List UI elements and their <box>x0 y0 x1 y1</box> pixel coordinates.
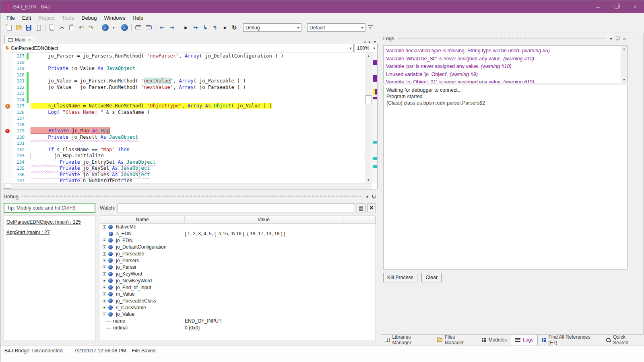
breakpoint-margin[interactable] <box>3 103 12 109</box>
variable-row[interactable]: −jo_Value <box>100 311 376 318</box>
variable-row[interactable]: +jo_ParseableClass <box>100 298 376 304</box>
expand-icon[interactable]: + <box>103 265 106 269</box>
breakpoint-margin[interactable] <box>3 178 12 183</box>
code-line[interactable]: 132 If s_ClassName == "Map" Then <box>3 147 365 153</box>
code-line[interactable]: 127 <box>3 115 365 122</box>
code-line[interactable]: 130 Private jo_Result As JavaObject <box>3 134 365 141</box>
breakpoint-icon[interactable] <box>5 129 10 133</box>
breakpoint-margin[interactable] <box>3 147 12 153</box>
menu-item-tools[interactable]: Tools <box>58 14 78 22</box>
redo-icon[interactable]: ↷ <box>87 24 95 32</box>
code-line[interactable]: 118 <box>3 60 365 66</box>
navigate-back-caret-icon[interactable]: ▾ <box>110 24 119 32</box>
code-line-text[interactable]: Private jo_Map As Map <box>30 128 365 134</box>
variable-row[interactable]: +jo_NewKeyWord <box>100 278 376 284</box>
breakpoint-margin[interactable] <box>3 140 12 147</box>
code-line-text[interactable]: Private n_NumberOfEntries <box>30 178 365 183</box>
variable-row[interactable]: +jo_KeyWord <box>100 271 376 278</box>
variable-row[interactable]: ordinal0 (0x0) <box>100 324 376 331</box>
menu-item-file[interactable]: File <box>3 14 19 22</box>
undo-icon[interactable]: ↶ <box>77 24 86 32</box>
variable-row[interactable]: +m_Value <box>100 291 376 298</box>
code-line[interactable]: 129 Private jo_Map As Map <box>3 128 365 134</box>
breakpoint-margin[interactable] <box>3 122 12 128</box>
code-line[interactable]: 124 <box>3 97 365 103</box>
column-header-name[interactable]: Name <box>100 216 185 224</box>
expand-icon[interactable]: + <box>103 272 106 276</box>
minimize-button[interactable]: – <box>589 0 607 13</box>
method-select[interactable]: ⇅ GetParsedEDNObject ▾ <box>3 44 354 52</box>
expand-icon[interactable]: + <box>103 259 106 262</box>
code-line[interactable]: 128 <box>3 122 365 128</box>
chevron-down-icon[interactable]: ▾ <box>366 195 368 199</box>
code-line-text[interactable] <box>30 115 365 122</box>
editor-horizontal-scrollbar[interactable] <box>3 183 372 189</box>
step-out-icon[interactable]: ↰ <box>211 24 219 32</box>
breakpoint-margin[interactable] <box>3 72 12 78</box>
expand-icon[interactable]: + <box>103 279 106 282</box>
editor-zoom-select[interactable]: 100% ▾ <box>355 44 378 52</box>
breakpoint-margin[interactable] <box>3 165 12 172</box>
save-icon[interactable] <box>24 24 33 32</box>
warning-entry[interactable]: Variable 'psr' is never assigned any val… <box>386 63 618 71</box>
expand-icon[interactable]: + <box>103 225 106 229</box>
annotation-mark[interactable] <box>373 89 377 95</box>
comment-icon[interactable]: ⇤ <box>158 24 167 32</box>
build-config-select[interactable]: Default ▾ <box>307 23 365 32</box>
expand-icon[interactable]: + <box>103 239 106 242</box>
warning-entry[interactable]: Variable 'jo_Object_01' is never assigne… <box>386 78 618 83</box>
code-line-text[interactable]: s_ClassName = NativeMe.RunMethod( "Objec… <box>30 103 365 109</box>
code-line-text[interactable] <box>30 60 365 66</box>
current-line-breakpoint-icon[interactable] <box>5 104 10 109</box>
watch-clear-button[interactable]: × <box>367 204 376 212</box>
scroll-up-icon[interactable]: ▲ <box>621 46 627 51</box>
code-line-text[interactable]: Private jo_Value As JavaObject <box>30 66 365 72</box>
close-button[interactable]: × <box>626 0 644 13</box>
code-line[interactable]: 117 jo_Parser = jo_Parsers.RunMethod( "n… <box>3 53 365 60</box>
code-line-text[interactable]: jo_Value = jo_Parser.RunMethod( "nextVal… <box>30 84 365 91</box>
close-icon[interactable]: × <box>623 36 626 42</box>
pin-icon[interactable] <box>372 195 376 199</box>
tab-main[interactable]: Main × <box>4 35 34 44</box>
menu-item-windows[interactable]: Windows <box>101 14 129 22</box>
expand-icon[interactable]: + <box>103 245 106 249</box>
menu-item-debug[interactable]: Debug <box>78 14 100 22</box>
navigate-forward-icon[interactable]: → <box>120 24 129 32</box>
variable-row[interactable]: +NativeMe <box>100 224 376 230</box>
tab-find-all-references-f7-[interactable]: Find All References (F7) <box>538 335 602 345</box>
call-stack-entry[interactable]: AppStart (main) : 27 <box>6 230 93 235</box>
annotation-mark[interactable] <box>373 60 377 65</box>
variable-row[interactable]: +jo_Parsers <box>100 257 376 264</box>
warning-entry[interactable]: Variable declaration type is missing. St… <box>386 47 618 55</box>
tab-modules[interactable]: Modules <box>478 335 511 345</box>
breakpoint-margin[interactable] <box>3 53 12 60</box>
tab-list-icon[interactable]: ▾ <box>374 39 376 44</box>
splitter-grip[interactable] <box>4 184 11 189</box>
cut-icon[interactable]: ✂ <box>58 24 66 32</box>
breakpoint-margin[interactable] <box>3 153 12 159</box>
tab-close-icon[interactable]: × <box>28 37 31 42</box>
expand-icon[interactable]: + <box>103 292 106 296</box>
code-line[interactable]: 119 Private jo_Value As JavaObject <box>3 66 365 72</box>
code-line[interactable]: 120 <box>3 72 365 78</box>
toolbar-overflow-icon[interactable]: ▾ <box>368 25 373 30</box>
code-line[interactable]: 123 <box>3 90 365 97</box>
navigate-back-icon[interactable]: ← <box>101 24 109 32</box>
code-line-text[interactable]: Private jo_EntrySet As JavaObject <box>30 159 365 166</box>
breakpoint-margin[interactable] <box>3 159 12 166</box>
code-editor[interactable]: 117 jo_Parser = jo_Parsers.RunMethod( "n… <box>3 53 378 189</box>
variable-row[interactable]: +jo_DefaultConfiguration <box>100 244 376 251</box>
code-line-text[interactable]: If s_ClassName == "Map" Then <box>30 147 365 153</box>
code-line-text[interactable] <box>30 140 365 147</box>
code-line[interactable]: 135 Private jo_KeySet As JavaObject <box>3 165 365 172</box>
restore-button[interactable] <box>607 0 626 13</box>
step-into-icon[interactable]: ↳ <box>201 24 210 32</box>
variable-row[interactable]: +jo_End_of_Input <box>100 284 376 291</box>
code-line[interactable]: 137 Private n_NumberOfEntries <box>3 178 365 183</box>
expand-icon[interactable]: + <box>103 286 106 289</box>
stop-icon[interactable]: ■ <box>220 24 229 32</box>
code-line-text[interactable]: Private jo_Result As JavaObject <box>30 134 365 141</box>
scroll-up-icon[interactable]: ▲ <box>365 53 372 59</box>
code-line-text[interactable]: Private jo_Values As JavaObject <box>30 172 365 178</box>
tab-libraries-manager[interactable]: Libraries Manager <box>381 335 433 345</box>
